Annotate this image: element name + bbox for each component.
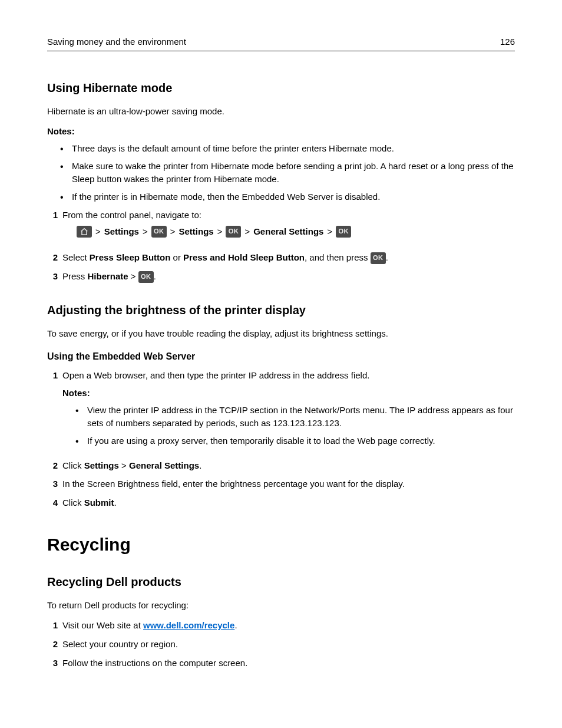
step-item: 2 Select Press Sleep Button or Press and…: [47, 251, 515, 264]
recycling-steps: 1 Visit our Web site at www.dell.com/rec…: [47, 619, 515, 669]
chevron-icon: >: [170, 225, 176, 238]
period: .: [154, 271, 156, 281]
notes-label: Notes:: [47, 125, 515, 138]
note-item: Make sure to wake the printer from Hiber…: [64, 160, 515, 186]
step-text-part: Click: [62, 460, 84, 470]
step-text-part: , and then press: [305, 252, 371, 262]
step-text-part: or: [170, 252, 183, 262]
ok-icon: OK: [226, 226, 241, 238]
step-text-part: .: [234, 620, 237, 630]
hibernate-intro: Hibernate is an ultra-low-power saving m…: [47, 105, 515, 118]
step-number: 4: [47, 496, 58, 509]
step-text-part: .: [114, 498, 117, 508]
step-text: From the control panel, navigate to:: [62, 210, 201, 220]
ok-icon: OK: [138, 271, 154, 283]
step-item: 1 Open a Web browser, and then type the …: [47, 369, 515, 453]
nav-settings: Settings: [178, 225, 213, 238]
step-text-part: >: [119, 460, 129, 470]
brightness-notes-list: View the printer IP address in the TCP/I…: [62, 404, 515, 447]
subheading-ews: Using the Embedded Web Server: [47, 350, 515, 363]
ok-icon: OK: [371, 252, 386, 264]
step-bold: General Settings: [129, 460, 199, 470]
step-number: 2: [47, 251, 58, 264]
step-item: 1 From the control panel, navigate to: >…: [47, 209, 515, 245]
step-bold: Press Sleep Button: [90, 252, 171, 262]
ok-icon: OK: [151, 226, 167, 238]
notes-label: Notes:: [62, 387, 515, 400]
note-item: View the printer IP address in the TCP/I…: [79, 404, 515, 430]
step-text-part: Select: [62, 252, 90, 262]
nav-general-settings: General Settings: [253, 225, 323, 238]
step-text: Follow the instructions on the computer …: [62, 658, 247, 668]
step-text-part: .: [199, 460, 201, 470]
step-number: 3: [47, 657, 58, 670]
period: .: [386, 252, 388, 262]
step-text-part: Press: [62, 271, 88, 281]
step-bold: Submit: [84, 498, 114, 508]
step-item: 3 In the Screen Brightness field, enter …: [47, 477, 515, 490]
step-item: 3 Press Hibernate > OK .: [47, 270, 515, 283]
hibernate-steps: 1 From the control panel, navigate to: >…: [47, 209, 515, 283]
step-item: 2 Select your country or region.: [47, 638, 515, 651]
brightness-intro: To save energy, or if you have trouble r…: [47, 327, 515, 340]
step-number: 1: [47, 209, 58, 222]
navigation-path: > Settings > OK > Settings > OK > Genera…: [77, 225, 515, 238]
nav-settings: Settings: [104, 225, 139, 238]
home-icon: [77, 226, 92, 238]
chevron-icon: >: [244, 225, 250, 238]
heading-brightness: Adjusting the brightness of the printer …: [47, 302, 515, 319]
page-header: Saving money and the environment 126: [47, 35, 515, 51]
ok-icon: OK: [336, 226, 351, 238]
step-number: 3: [47, 270, 58, 283]
recycle-link[interactable]: www.dell.com/recycle: [143, 620, 234, 630]
step-item: 4 Click Submit.: [47, 496, 515, 509]
step-bold: Settings: [84, 460, 119, 470]
step-text-part: Click: [62, 498, 84, 508]
step-item: 3 Follow the instructions on the compute…: [47, 657, 515, 670]
note-item: If the printer is in Hibernate mode, the…: [64, 190, 515, 203]
step-text: Select your country or region.: [62, 639, 178, 649]
note-item: If you are using a proxy server, then te…: [79, 434, 515, 447]
heading-recycling: Recycling: [47, 532, 515, 558]
step-text-part: Visit our Web site at: [62, 620, 143, 630]
chapter-title: Saving money and the environment: [47, 35, 186, 48]
chevron-icon: >: [95, 225, 101, 238]
step-bold: Hibernate: [88, 271, 128, 281]
step-number: 2: [47, 638, 58, 651]
step-text: In the Screen Brightness field, enter th…: [62, 479, 405, 489]
chevron-icon: >: [327, 225, 332, 238]
hibernate-notes-list: Three days is the default amount of time…: [47, 142, 515, 203]
step-number: 1: [47, 619, 58, 632]
chevron-icon: >: [143, 225, 148, 238]
step-text-part: >: [128, 271, 138, 281]
heading-recycling-dell: Recycling Dell products: [47, 574, 515, 591]
heading-hibernate: Using Hibernate mode: [47, 80, 515, 97]
step-item: 1 Visit our Web site at www.dell.com/rec…: [47, 619, 515, 632]
chevron-icon: >: [217, 225, 223, 238]
step-number: 1: [47, 369, 58, 382]
page-number: 126: [500, 35, 515, 48]
recycling-intro: To return Dell products for recycling:: [47, 599, 515, 612]
step-number: 3: [47, 477, 58, 490]
note-item: Three days is the default amount of time…: [64, 142, 515, 155]
brightness-steps: 1 Open a Web browser, and then type the …: [47, 369, 515, 509]
step-item: 2 Click Settings > General Settings.: [47, 459, 515, 472]
step-number: 2: [47, 459, 58, 472]
step-bold: Press and Hold Sleep Button: [183, 252, 305, 262]
step-text: Open a Web browser, and then type the pr…: [62, 370, 369, 380]
